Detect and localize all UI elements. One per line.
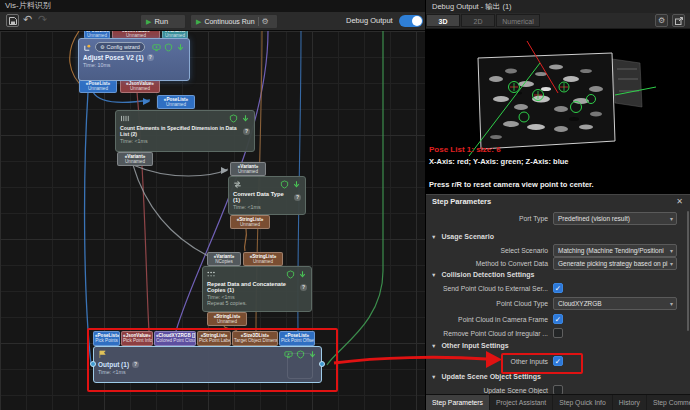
tab-step-quick-info[interactable]: Step Quick Info bbox=[553, 395, 612, 410]
send-cloud-checkbox[interactable]: ✓ bbox=[553, 283, 563, 293]
run-label: Run bbox=[154, 17, 168, 26]
other-inputs-checkbox[interactable]: ✓ bbox=[553, 356, 563, 366]
node-convert-data-type[interactable]: Convert Data Type (1) ? Time: <1ms bbox=[228, 176, 306, 215]
section-collapse-icon: ▼ bbox=[431, 272, 436, 278]
debug-panel-title: Debug Output - 输出 (1) bbox=[426, 0, 690, 13]
port-chip[interactable]: «PoseList» Unnamed bbox=[157, 95, 195, 109]
tab-history[interactable]: History bbox=[613, 395, 647, 410]
chevron-down-icon: ▾ bbox=[670, 299, 673, 310]
node-time: Time: <1ms bbox=[203, 293, 311, 300]
tab-project-assistant[interactable]: Project Assistant bbox=[490, 395, 553, 410]
arrow-down-icon[interactable] bbox=[292, 180, 301, 189]
debug-output-label: Debug Output bbox=[346, 16, 393, 25]
tab-3d[interactable]: 3D bbox=[426, 14, 460, 27]
node-count-elements[interactable]: Count Elements in Specified Dimension in… bbox=[115, 110, 255, 152]
info-icon[interactable]: ? bbox=[147, 54, 154, 61]
point-cloud-scene bbox=[426, 29, 690, 194]
check-icon: ✓ bbox=[555, 315, 561, 324]
arrow-down-icon[interactable] bbox=[298, 270, 307, 279]
port-chip[interactable]: «Variant» Unnamed bbox=[117, 152, 153, 166]
point-cloud-viewport[interactable]: Pose List 1: size: 6 X-Axis: red; Y-Axis… bbox=[426, 29, 690, 194]
tab-2d[interactable]: 2D bbox=[461, 14, 495, 27]
monitor-icon[interactable] bbox=[152, 43, 161, 52]
close-icon[interactable]: ✕ bbox=[676, 197, 683, 206]
select-scenario-value: Matching (Machine Tending/Positioni bbox=[558, 247, 664, 254]
arrow-down-icon[interactable] bbox=[176, 43, 185, 52]
graph-canvas[interactable]: «PoseList» Unnamed «JsonValue» Unnamed «… bbox=[0, 31, 425, 410]
method-dropdown[interactable]: Generate picking strategy based on pi ▾ bbox=[553, 257, 677, 270]
undo-button[interactable]: ↶ bbox=[23, 13, 32, 26]
tab-numerical[interactable]: Numerical bbox=[496, 14, 540, 27]
port-chip[interactable]: «JsonValue» Unnamed bbox=[120, 79, 160, 93]
continuous-run-label: Continuous Run bbox=[204, 18, 254, 25]
port-name: Unnamed bbox=[232, 169, 264, 174]
shield-icon[interactable] bbox=[229, 114, 238, 123]
info-icon[interactable]: ? bbox=[294, 194, 301, 201]
repeat-copies-icon bbox=[207, 270, 216, 279]
info-icon[interactable]: ? bbox=[300, 284, 307, 291]
section-label: Other Input Settings bbox=[441, 342, 508, 349]
port-name: Unnamed bbox=[232, 222, 268, 227]
node-title: Repeat Data and Concatenate Copies (1) bbox=[207, 281, 297, 293]
section-other-input[interactable]: ▼ Other Input Settings bbox=[431, 342, 509, 349]
redo-button[interactable]: ↷ bbox=[38, 13, 47, 26]
viewer-hint-text: Press r/R to reset camera view point to … bbox=[429, 180, 594, 189]
node-note: Repeat 5 copies. bbox=[203, 300, 311, 307]
camera-frame-checkbox[interactable]: ✓ bbox=[553, 314, 563, 324]
tab-step-parameters[interactable]: Step Parameters bbox=[426, 395, 490, 410]
undo-icon: ↶ bbox=[23, 13, 32, 25]
chevron-down-icon: ▾ bbox=[670, 214, 673, 225]
select-scenario-label: Select Scenario bbox=[426, 244, 548, 257]
node-title: Adjust Poses V2 (1) bbox=[83, 54, 144, 61]
save-icon bbox=[9, 17, 17, 25]
shield-icon[interactable] bbox=[164, 43, 173, 52]
port-chip[interactable]: «Variant» NCopies bbox=[207, 252, 241, 266]
section-collision-detection[interactable]: ▼ Collision Detection Settings bbox=[431, 271, 534, 278]
viewer-settings-button[interactable]: ⚙ bbox=[655, 14, 668, 27]
section-usage-scenario[interactable]: ▼ Usage Scenario bbox=[431, 233, 494, 240]
save-button[interactable] bbox=[6, 14, 19, 27]
section-update-scene[interactable]: ▼ Update Scene Object Settings bbox=[431, 373, 541, 380]
run-settings-gear-icon[interactable]: ⚙ bbox=[262, 17, 269, 26]
remove-cloud-checkbox[interactable] bbox=[553, 328, 563, 338]
play-icon: ▶ bbox=[146, 18, 151, 26]
project-titlebar: Vis-片料识别 bbox=[0, 0, 425, 12]
port-chip[interactable]: «Variant» Unnamed bbox=[230, 162, 266, 176]
play-icon: ▶ bbox=[196, 18, 201, 26]
shield-icon[interactable] bbox=[286, 270, 295, 279]
node-title: Count Elements in Specified Dimension in… bbox=[120, 125, 240, 137]
pose-list-text: Pose List 1: size: 6 bbox=[429, 145, 501, 154]
node-adjust-poses[interactable]: ⚙ Config wizard Adjust Poses V2 (1) ? Ti… bbox=[78, 38, 190, 81]
node-time: Time: <1ms bbox=[229, 203, 305, 211]
port-chip[interactable]: «StringList» Unnamed bbox=[230, 215, 270, 229]
node-time: Time: 10ms bbox=[79, 61, 189, 69]
node-title: Convert Data Type (1) bbox=[233, 191, 291, 203]
shield-icon[interactable] bbox=[280, 180, 289, 189]
pop-out-button[interactable] bbox=[672, 14, 685, 27]
step-parameters-panel: Step Parameters ✕ Port Type Predefined (… bbox=[426, 194, 690, 394]
bottom-tab-bar: Step Parameters Project Assistant Step Q… bbox=[426, 394, 690, 410]
tab-step-comment-list[interactable]: Step Comment List bbox=[647, 395, 690, 410]
port-type-dropdown[interactable]: Predefined (vision result) ▾ bbox=[553, 212, 677, 225]
scrollbar[interactable] bbox=[687, 211, 689, 331]
list-count-icon bbox=[120, 114, 129, 123]
debug-output-toggle[interactable] bbox=[399, 15, 423, 27]
arrow-down-icon[interactable] bbox=[241, 114, 250, 123]
send-cloud-label: Send Point Cloud to External Ser... bbox=[426, 282, 548, 295]
info-icon[interactable]: ? bbox=[243, 128, 250, 135]
continuous-run-button[interactable]: ▶ Continuous Run ⚙ bbox=[190, 14, 278, 29]
select-scenario-dropdown[interactable]: Matching (Machine Tending/Positioni ▾ bbox=[553, 244, 677, 257]
cloud-type-dropdown[interactable]: CloudXYZRGB ▾ bbox=[553, 297, 677, 310]
port-chip[interactable]: «StringList» Unnamed bbox=[207, 312, 247, 326]
port-chip[interactable]: «StringList» Unnamed bbox=[243, 252, 283, 266]
convert-icon bbox=[233, 180, 242, 189]
port-name: Unnamed bbox=[122, 86, 158, 91]
port-name: Unnamed bbox=[119, 159, 151, 164]
method-label: Method to Convert Data bbox=[426, 257, 548, 270]
node-repeat-data[interactable]: Repeat Data and Concatenate Copies (1) ?… bbox=[202, 266, 312, 312]
section-collapse-icon: ▼ bbox=[431, 374, 436, 380]
run-button[interactable]: ▶ Run bbox=[140, 14, 186, 29]
port-name: Unnamed bbox=[159, 102, 193, 107]
port-chip[interactable]: «PoseList» Unnamed bbox=[79, 79, 117, 93]
config-wizard-button[interactable]: ⚙ Config wizard bbox=[95, 42, 145, 52]
